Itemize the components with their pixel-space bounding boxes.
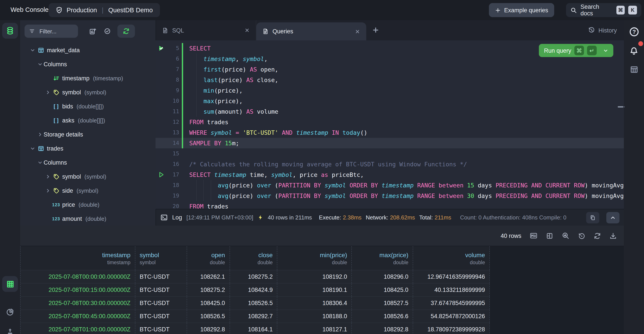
- tree-item-symbol[interactable]: symbol(symbol): [20, 85, 156, 99]
- tables-panel-button[interactable]: [2, 23, 18, 39]
- cell-volume: 54.82547872000126: [413, 310, 490, 322]
- history-button[interactable]: History: [588, 20, 617, 40]
- add-metrics-button[interactable]: [85, 25, 100, 38]
- tree-item-amount[interactable]: 123amount(double): [20, 212, 156, 226]
- column-header-max-price-[interactable]: max(price)double: [352, 246, 413, 270]
- example-queries-label: Example queries: [504, 7, 548, 13]
- tab-sql[interactable]: SQL: [156, 20, 256, 40]
- chevron-right-icon[interactable]: [44, 188, 51, 193]
- tree-item-storage-details[interactable]: Storage details: [20, 127, 156, 141]
- tree-item-asks[interactable]: []asks(double[][]): [20, 113, 156, 127]
- results-grid[interactable]: timestamptimestampsymbolsymbolopendouble…: [20, 246, 490, 334]
- plus-icon: [495, 7, 500, 13]
- table-row[interactable]: 2025-07-08T00:15:00.000000ZBTC-USDT10827…: [20, 283, 490, 296]
- tree-item-trades[interactable]: trades: [20, 141, 156, 155]
- schema-sidebar: market_dataColumnstimestamp(timestamp)sy…: [20, 20, 156, 226]
- editor-scrollbar[interactable]: [618, 106, 624, 107]
- close-icon[interactable]: [244, 28, 250, 33]
- tree-item-symbol[interactable]: symbol(symbol): [20, 170, 156, 184]
- enter-key-badge: ↵: [587, 46, 597, 55]
- import-button[interactable]: [2, 323, 18, 334]
- cell-close: 108292.7: [230, 310, 278, 322]
- cell-close: 108424.9: [230, 283, 278, 296]
- grid-header: timestamptimestampsymbolsymbolopendouble…: [20, 246, 490, 270]
- column-header-close[interactable]: closedouble: [230, 246, 278, 270]
- tree-item-label: Columns: [44, 159, 67, 166]
- code-line-12: 12FROM trades: [156, 117, 624, 127]
- column-type: double: [332, 260, 347, 265]
- chevron-down-icon[interactable]: [29, 48, 36, 52]
- chevron-right-icon[interactable]: [44, 174, 51, 179]
- cell-timestamp: 2025-07-08T00:30:00.000000Z: [20, 297, 135, 309]
- chart-view-button[interactable]: [2, 304, 18, 319]
- tree-item-bids[interactable]: []bids(double[][]): [20, 99, 156, 113]
- chevron-up-icon: [610, 215, 616, 220]
- tree-item-label: side: [62, 187, 73, 194]
- checked-tables-button[interactable]: [100, 25, 115, 38]
- table-row[interactable]: 2025-07-08T00:45:00.000000ZBTC-USDT10852…: [20, 309, 490, 322]
- example-queries-button[interactable]: Example queries: [489, 3, 554, 17]
- column-header-symbol[interactable]: symbolsymbol: [135, 246, 187, 270]
- tree-item-side[interactable]: side(symbol): [20, 184, 156, 198]
- table-row[interactable]: 2025-07-08T00:30:00.000000ZBTC-USDT10842…: [20, 296, 490, 309]
- column-header-volume[interactable]: volumedouble: [413, 246, 490, 270]
- notifications-button[interactable]: [626, 43, 642, 59]
- cell-min-price-: 108188.0: [278, 310, 352, 322]
- column-header-open[interactable]: opendouble: [187, 246, 230, 270]
- layout-grid-button[interactable]: [546, 232, 553, 239]
- markdown-export-button[interactable]: [530, 232, 538, 240]
- tab-queries[interactable]: Queries: [256, 22, 366, 40]
- new-tab-button[interactable]: [372, 27, 379, 33]
- collapse-log-button[interactable]: [606, 212, 620, 223]
- copy-log-button[interactable]: [586, 212, 599, 223]
- chevron-down-icon[interactable]: [29, 146, 36, 151]
- download-button[interactable]: [610, 232, 617, 239]
- column-header-min-price-[interactable]: min(price)double: [278, 246, 352, 270]
- tree-item-timestamp[interactable]: timestamp(timestamp): [20, 71, 156, 85]
- cell-symbol: BTC-USDT: [135, 323, 187, 334]
- environment-name: Production: [66, 7, 97, 14]
- tree-item-market-data[interactable]: market_data: [20, 43, 156, 57]
- close-icon[interactable]: [355, 29, 360, 34]
- sql-editor[interactable]: 5SELECT6 timestamp, symbol,7 first(price…: [156, 40, 624, 209]
- grid-view-button[interactable]: [2, 276, 18, 292]
- refresh-data-button[interactable]: [594, 232, 601, 239]
- ran-query-indicator: [182, 43, 183, 148]
- chevron-right-icon[interactable]: [36, 132, 44, 137]
- environment-badge[interactable]: Production | QuestDB Demo: [49, 3, 160, 17]
- shield-icon: [56, 7, 63, 14]
- line-number: 14: [156, 138, 179, 148]
- left-rail: [0, 20, 20, 334]
- refresh-schema-button[interactable]: [118, 25, 135, 38]
- run-query-button[interactable]: Run query ⌘ ↵: [539, 44, 613, 57]
- line-number: 8: [156, 75, 179, 85]
- chart-search-button[interactable]: [562, 232, 570, 240]
- chevron-down-icon[interactable]: [36, 160, 44, 165]
- tree-item-columns[interactable]: Columns: [20, 155, 156, 170]
- chevron-right-icon[interactable]: [44, 90, 51, 95]
- restore-button[interactable]: [578, 232, 585, 239]
- table-row[interactable]: 2025-07-08T01:00:00.000000ZBTC-USDT10829…: [20, 322, 490, 334]
- history-icon: [588, 27, 595, 34]
- tree-item-type: (double): [86, 215, 106, 222]
- run-line-marker[interactable]: [158, 171, 165, 178]
- column-name: timestamp: [102, 251, 130, 258]
- chevron-down-icon[interactable]: [36, 62, 44, 67]
- filter-field[interactable]: [24, 25, 78, 38]
- chart-search-icon: [562, 232, 570, 240]
- bell-icon: [630, 47, 638, 55]
- tree-item-price[interactable]: 123price(double): [20, 198, 156, 212]
- filter-input[interactable]: [38, 28, 69, 35]
- column-name: close: [258, 251, 273, 258]
- table-row[interactable]: 2025-07-08T00:00:00.000000ZBTC-USDT10826…: [20, 270, 490, 283]
- column-header-timestamp[interactable]: timestamptimestamp: [20, 246, 135, 270]
- tree-item-columns[interactable]: Columns: [20, 57, 156, 71]
- result-panel-button[interactable]: [626, 61, 642, 77]
- query-success-marker[interactable]: [158, 45, 165, 52]
- cell-timestamp: 2025-07-08T00:00:00.000000Z: [20, 270, 135, 283]
- tree-item-label: timestamp: [62, 75, 90, 81]
- chevron-down-icon[interactable]: [603, 48, 608, 53]
- help-button[interactable]: ?: [626, 24, 642, 40]
- search-docs-button[interactable]: Search docs ⌘ K: [566, 3, 641, 17]
- table-icon: [36, 145, 46, 152]
